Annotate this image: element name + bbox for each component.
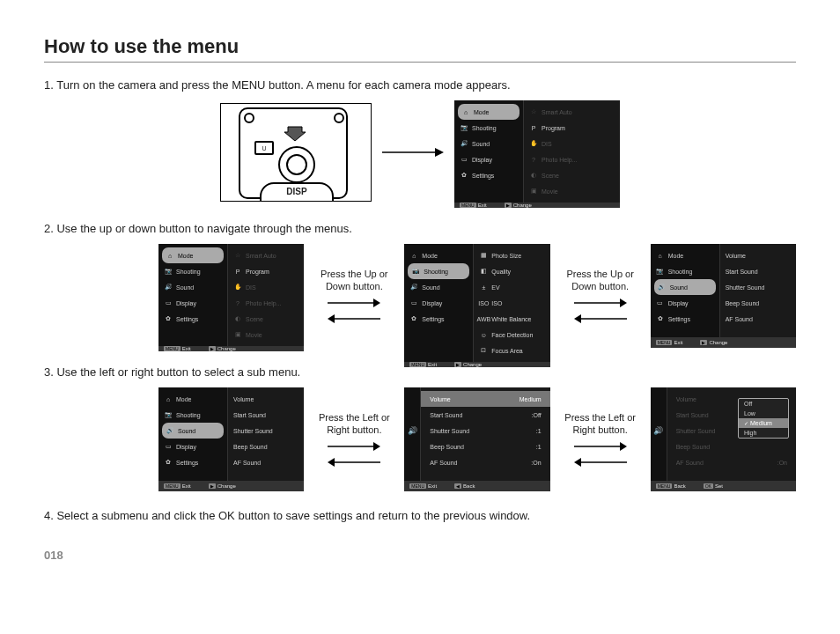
submenu-item[interactable]: ISOISO [474, 295, 549, 311]
menu-item-shooting[interactable]: 📷Shooting [408, 263, 469, 279]
submenu-item[interactable]: ⊡Focus Area [474, 343, 549, 358]
step-1: 1. Turn on the camera and press the MENU… [44, 78, 796, 92]
submenu-item[interactable]: ±EV [474, 279, 549, 295]
display-icon: ▭ [460, 156, 468, 163]
submenu-item[interactable]: ◐Scene [524, 167, 620, 183]
svg-marker-4 [373, 299, 380, 307]
detail-row[interactable]: AF Sound:On [421, 454, 549, 470]
menu-item-mode[interactable]: ⌂Mode [404, 247, 473, 263]
step-4: 4. Select a submenu and click the OK but… [44, 509, 796, 522]
submenu-item[interactable]: ▦Photo Size [474, 247, 549, 263]
submenu-item[interactable]: ✋DIS [524, 136, 620, 151]
svg-marker-16 [620, 442, 627, 451]
submenu-item[interactable]: Beep Sound [228, 439, 304, 454]
menu-item-shooting[interactable]: 📷Shooting [158, 407, 227, 423]
menu-item-settings[interactable]: ✿Settings [404, 311, 473, 327]
menu-tab: U [254, 141, 274, 155]
submenu-item[interactable]: PProgram [524, 120, 620, 136]
step-3: 3. Use the left or right button to selec… [44, 365, 796, 379]
svg-marker-6 [328, 314, 335, 323]
detail-row[interactable]: VolumeMedium [421, 391, 549, 407]
sound-icon: 🔊 [460, 140, 468, 147]
menu-screen-mode: ⌂Mode 📷Shooting 🔊Sound ▭Display ✿Setting… [454, 100, 620, 204]
submenu-item[interactable]: ☆Smart Auto [228, 247, 304, 263]
popup-item-low[interactable]: Low [739, 409, 788, 418]
volume-popup: Off Low Medium High [738, 398, 789, 439]
menu-item-display[interactable]: ▭Display [651, 295, 719, 311]
popup-item-off[interactable]: Off [739, 399, 788, 409]
menu-button-icon [278, 146, 315, 183]
caption-updown: Press the Up or Down button. [314, 268, 394, 293]
row-step3: ⌂Mode 📷Shooting 🔊Sound ▭Display ✿Setting… [158, 387, 796, 491]
submenu-item[interactable]: ✋DIS [228, 279, 304, 295]
submenu-item[interactable]: ☺Face Detection [474, 327, 549, 343]
sound-icon: 🔊 [653, 426, 663, 435]
menu-item-display[interactable]: ▭Display [158, 295, 227, 311]
step-2: 2. Use the up or down button to navigate… [44, 222, 796, 235]
popup-item-high[interactable]: High [739, 428, 788, 438]
caption-leftright: Press the Left or Right button. [314, 411, 394, 437]
menu-item-mode[interactable]: ⌂Mode [158, 391, 227, 407]
submenu-item[interactable]: Volume [720, 247, 796, 263]
menu-item-sound[interactable]: 🔊Sound [654, 279, 716, 295]
menu-item-settings[interactable]: ✿Settings [454, 167, 523, 183]
svg-marker-10 [574, 314, 581, 323]
submenu-item[interactable]: Start Sound [228, 407, 304, 423]
submenu-item[interactable]: Volume [228, 391, 304, 407]
submenu-item[interactable]: ?Photo Help... [228, 295, 304, 311]
arrow-leftright-group: Press the Left or Right button. [561, 411, 640, 468]
submenu-item[interactable]: ◧Quality [474, 263, 549, 279]
menu-item-mode[interactable]: ⌂Mode [651, 247, 719, 263]
popup-item-medium[interactable]: Medium [739, 418, 788, 428]
menu-item-display[interactable]: ▭Display [454, 151, 523, 167]
page-number: 018 [44, 549, 796, 562]
detail-row: AF Sound:On [667, 454, 796, 470]
submenu-item[interactable]: ▣Movie [228, 327, 304, 343]
arrow-leftright-group: Press the Left or Right button. [314, 411, 394, 468]
menu-item-mode[interactable]: ⌂Mode [162, 247, 224, 263]
submenu-item[interactable]: PProgram [228, 263, 304, 279]
submenu-item[interactable]: ▣Movie [524, 183, 620, 199]
arrow-updown-group: Press the Up or Down button. [561, 268, 640, 325]
svg-marker-18 [574, 458, 581, 467]
row-step2: ⌂Mode 📷Shooting 🔊Sound ▭Display ✿Setting… [158, 244, 796, 348]
submenu-item[interactable]: AWBWhite Balance [474, 311, 549, 327]
menu-item-sound[interactable]: 🔊Sound [158, 279, 227, 295]
page-title: How to use the menu [44, 35, 796, 63]
detail-row[interactable]: Beep Sound:1 [421, 439, 549, 454]
submenu-item[interactable]: ◐Scene [228, 311, 304, 327]
disp-button: DISP [260, 182, 334, 202]
menu-item-settings[interactable]: ✿Settings [651, 311, 719, 327]
menu-item-sound[interactable]: 🔊Sound [404, 279, 473, 295]
submenu-item[interactable]: Start Sound [720, 263, 796, 279]
mode-icon: ⌂ [461, 108, 470, 115]
menu-footer: MENUExit ▶Change [454, 203, 620, 208]
menu-screen-sound-detail: 🔊 VolumeMedium Start Sound:Off Shutter S… [404, 387, 549, 491]
menu-item-shooting[interactable]: 📷Shooting [651, 263, 719, 279]
submenu-item[interactable]: AF Sound [228, 454, 304, 470]
detail-row[interactable]: Shutter Sound:1 [421, 423, 549, 439]
menu-item-sound[interactable]: 🔊Sound [162, 423, 224, 439]
down-arrow-icon [284, 125, 306, 143]
detail-row: Beep Sound [667, 439, 796, 454]
menu-item-display[interactable]: ▭Display [404, 295, 473, 311]
submenu-item[interactable]: Shutter Sound [228, 423, 304, 439]
menu-item-sound[interactable]: 🔊Sound [454, 136, 523, 151]
submenu-item[interactable]: Beep Sound [720, 295, 796, 311]
submenu-item[interactable]: Shutter Sound [720, 279, 796, 295]
menu-item-mode[interactable]: ⌂Mode [458, 104, 519, 120]
menu-item-settings[interactable]: ✿Settings [158, 311, 227, 327]
menu-item-display[interactable]: ▭Display [158, 439, 227, 454]
caption-leftright: Press the Left or Right button. [561, 411, 640, 437]
detail-row[interactable]: Start Sound:Off [421, 407, 549, 423]
menu-screen-shooting: ⌂Mode 📷Shooting 🔊Sound ▭Display ✿Setting… [404, 244, 549, 348]
svg-marker-0 [284, 127, 306, 141]
sound-icon: 🔊 [408, 426, 417, 435]
submenu-item[interactable]: ☆Smart Auto [524, 104, 620, 120]
submenu-item[interactable]: ?Photo Help... [524, 151, 620, 167]
menu-item-shooting[interactable]: 📷Shooting [158, 263, 227, 279]
menu-item-settings[interactable]: ✿Settings [158, 454, 227, 470]
menu-item-shooting[interactable]: 📷Shooting [454, 120, 523, 136]
svg-marker-14 [328, 458, 335, 467]
submenu-item[interactable]: AF Sound [720, 311, 796, 327]
